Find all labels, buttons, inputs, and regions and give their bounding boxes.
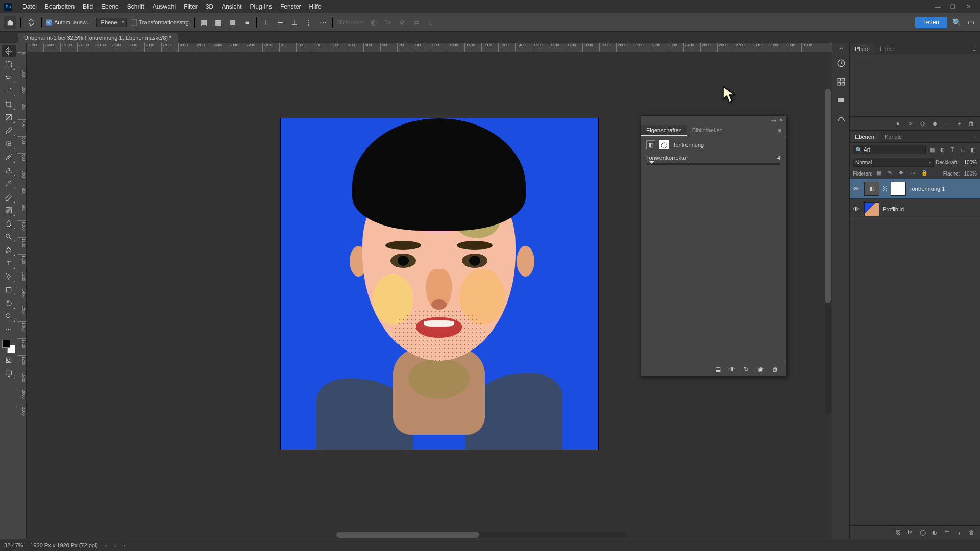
new-adjustment-icon[interactable]: ◐ bbox=[932, 529, 939, 536]
layer-item-profilbild[interactable]: 👁 Profilbild bbox=[850, 199, 980, 219]
layer-name[interactable]: Tontrennung 1 bbox=[909, 186, 945, 192]
tab-pfade[interactable]: Pfade bbox=[850, 44, 875, 54]
new-path-icon[interactable]: ＋ bbox=[955, 120, 963, 127]
horizontal-scrollbar[interactable] bbox=[336, 532, 627, 538]
window-close-icon[interactable]: ✕ bbox=[961, 2, 976, 12]
ruler-horizontal[interactable]: -1500-1400-1300-1200-1100-1000-900-800-7… bbox=[27, 43, 832, 52]
fill-value[interactable]: 100% bbox=[964, 171, 977, 177]
filter-pixel-icon[interactable]: ▦ bbox=[928, 145, 936, 154]
menu-datei[interactable]: Datei bbox=[18, 3, 41, 10]
screen-mode-icon[interactable] bbox=[2, 367, 16, 380]
menu-bild[interactable]: Bild bbox=[79, 3, 97, 10]
align-center-h-icon[interactable]: ▥ bbox=[213, 17, 224, 28]
posterize-levels-slider[interactable] bbox=[646, 163, 780, 165]
stroke-path-icon[interactable]: ○ bbox=[906, 120, 914, 127]
collapse-toggle-icon[interactable]: ◂◂ bbox=[839, 46, 843, 51]
toggle-visibility-icon[interactable]: ◉ bbox=[758, 366, 766, 373]
pen-tool[interactable] bbox=[2, 244, 16, 256]
delete-adjustment-icon[interactable]: 🗑 bbox=[772, 366, 780, 373]
tab-kanaele[interactable]: Kanäle bbox=[879, 132, 907, 142]
vertical-scrollbar[interactable] bbox=[825, 89, 831, 415]
lock-transparency-icon[interactable]: ▦ bbox=[876, 170, 884, 177]
image-layer-thumb[interactable] bbox=[864, 202, 879, 216]
menu-hilfe[interactable]: Hilfe bbox=[305, 3, 326, 10]
lock-artboard-icon[interactable]: ▭ bbox=[910, 170, 917, 177]
eyedropper-tool[interactable] bbox=[2, 124, 16, 137]
auto-select-target-dropdown[interactable]: Ebene bbox=[96, 18, 127, 27]
new-group-icon[interactable]: 🗀 bbox=[944, 529, 951, 536]
lasso-tool[interactable] bbox=[2, 71, 16, 84]
share-button[interactable]: Teilen bbox=[915, 17, 947, 28]
layer-mask-thumb[interactable] bbox=[891, 182, 906, 196]
gradient-tool[interactable] bbox=[2, 204, 16, 216]
adjustments-panel-icon[interactable] bbox=[836, 113, 847, 124]
magic-wand-tool[interactable] bbox=[2, 85, 16, 97]
window-restore-icon[interactable]: ❐ bbox=[945, 2, 961, 12]
distribute-h-icon[interactable]: ≡ bbox=[242, 17, 252, 28]
layer-style-icon[interactable]: fx bbox=[908, 529, 915, 536]
transform-controls-checkbox[interactable]: Transformationsstrg. bbox=[131, 19, 190, 26]
tab-farbe[interactable]: Farbe bbox=[875, 44, 900, 54]
lock-position-icon[interactable]: ✥ bbox=[899, 170, 906, 177]
status-prev-icon[interactable]: ‹ bbox=[114, 542, 116, 548]
link-icon[interactable]: ⛓ bbox=[883, 186, 888, 191]
blend-mode-dropdown[interactable]: Normal bbox=[853, 158, 934, 167]
crop-tool[interactable] bbox=[2, 98, 16, 110]
status-info-chevron-icon[interactable]: › bbox=[105, 542, 107, 548]
quick-mask-icon[interactable] bbox=[2, 354, 16, 366]
type-tool[interactable] bbox=[2, 257, 16, 269]
lock-all-icon[interactable]: 🔒 bbox=[921, 170, 928, 177]
frame-tool[interactable] bbox=[2, 111, 16, 123]
brush-tool[interactable] bbox=[2, 151, 16, 163]
document-canvas[interactable] bbox=[281, 118, 598, 450]
close-panel-icon[interactable]: ✕ bbox=[779, 118, 783, 123]
menu-filter[interactable]: Filter bbox=[180, 3, 202, 10]
adjustment-layer-thumb[interactable]: ◧ bbox=[864, 182, 879, 196]
align-right-icon[interactable]: ▤ bbox=[228, 17, 238, 28]
properties-panel[interactable]: ◂◂ ✕ Eigenschaften Bibliotheken ≡ ◧ ◯ To… bbox=[641, 115, 786, 377]
menu-schrift[interactable]: Schrift bbox=[123, 3, 149, 10]
history-brush-tool[interactable] bbox=[2, 178, 16, 190]
healing-brush-tool[interactable] bbox=[2, 138, 16, 150]
home-button[interactable] bbox=[4, 16, 16, 29]
layer-name[interactable]: Profilbild bbox=[883, 206, 904, 212]
collapse-panel-icon[interactable]: ◂◂ bbox=[771, 118, 776, 123]
move-tool[interactable] bbox=[2, 45, 16, 57]
foreground-color-swatch[interactable] bbox=[2, 340, 10, 348]
search-icon[interactable]: 🔍 bbox=[951, 17, 962, 28]
link-layers-icon[interactable]: ⛓ bbox=[895, 529, 902, 536]
distribute-v-icon[interactable]: ⋮ bbox=[304, 17, 314, 28]
menu-bearbeiten[interactable]: Bearbeiten bbox=[41, 3, 79, 10]
eraser-tool[interactable] bbox=[2, 191, 16, 203]
document-tab[interactable]: Unbenannt-1 bei 32,5% (Tontrennung 1, Eb… bbox=[18, 33, 178, 43]
color-swatches[interactable] bbox=[2, 340, 15, 353]
filter-type-icon[interactable]: T bbox=[948, 145, 957, 154]
selection-to-path-icon[interactable]: ◆ bbox=[931, 120, 938, 127]
layer-item-tontrennung[interactable]: 👁 ◧ ⛓ Tontrennung 1 bbox=[850, 179, 980, 199]
layers-panel-menu-icon[interactable]: ≡ bbox=[969, 132, 980, 142]
marquee-tool[interactable] bbox=[2, 58, 16, 70]
blur-tool[interactable] bbox=[2, 217, 16, 230]
mask-from-path-icon[interactable]: ▫ bbox=[943, 120, 950, 127]
ruler-vertical[interactable]: 0100200300400500600700800900100011001200… bbox=[17, 52, 27, 539]
workspace-switch-icon[interactable]: ▭ bbox=[966, 17, 976, 28]
filter-adjustment-icon[interactable]: ◐ bbox=[938, 145, 946, 154]
menu-3d[interactable]: 3D bbox=[202, 3, 217, 10]
rectangle-tool[interactable] bbox=[2, 284, 16, 296]
menu-ebene[interactable]: Ebene bbox=[97, 3, 123, 10]
layer-filter-dropdown[interactable]: 🔍 Art bbox=[853, 145, 926, 154]
menu-ansicht[interactable]: Ansicht bbox=[217, 3, 246, 10]
path-to-selection-icon[interactable]: ◇ bbox=[919, 120, 926, 127]
tab-bibliotheken[interactable]: Bibliotheken bbox=[687, 125, 728, 136]
visibility-toggle-icon[interactable]: 👁 bbox=[853, 185, 861, 192]
clip-to-layer-icon[interactable]: ⬓ bbox=[715, 366, 723, 373]
delete-path-icon[interactable]: 🗑 bbox=[968, 120, 975, 127]
hand-tool[interactable] bbox=[2, 297, 16, 309]
panel-menu-icon[interactable]: ≡ bbox=[969, 44, 980, 54]
path-selection-tool[interactable] bbox=[2, 270, 16, 283]
clone-stamp-tool[interactable] bbox=[2, 164, 16, 177]
edit-toolbar-icon[interactable]: ⋯ bbox=[2, 323, 16, 336]
more-align-icon[interactable]: ⋯ bbox=[318, 17, 328, 28]
reset-adjustment-icon[interactable]: ↻ bbox=[744, 366, 752, 373]
visibility-toggle-icon[interactable]: 👁 bbox=[853, 206, 861, 213]
